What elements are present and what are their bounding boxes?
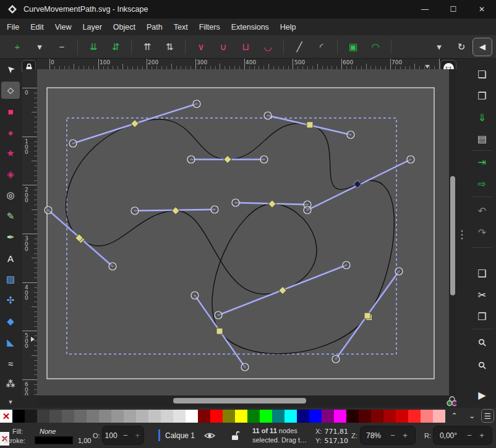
- fill-value[interactable]: None: [40, 428, 56, 435]
- drawing-canvas[interactable]: [37, 69, 449, 395]
- menu-help[interactable]: Help: [275, 20, 302, 35]
- stroke-color-swatch[interactable]: [35, 436, 73, 444]
- opacity-minus-button[interactable]: −: [119, 431, 131, 440]
- expand-panel-icon[interactable]: ▶: [472, 386, 492, 404]
- text-tool-icon[interactable]: A: [1, 250, 20, 267]
- opacity-plus-button[interactable]: +: [132, 431, 143, 440]
- menu-layer[interactable]: Layer: [77, 20, 108, 35]
- palette-swatch-15[interactable]: [198, 410, 210, 423]
- open-document-icon[interactable]: ❐: [472, 87, 492, 104]
- collapse-toolbar-button[interactable]: ◀: [472, 38, 492, 56]
- opacity-value[interactable]: 100: [103, 431, 119, 440]
- horizontal-scrollbar[interactable]: [37, 395, 449, 407]
- vertical-scrollbar-thumb[interactable]: [450, 176, 455, 295]
- palette-swatch-24[interactable]: [309, 410, 322, 423]
- palette-swatch-10[interactable]: [136, 410, 148, 423]
- menu-extensions[interactable]: Extensions: [226, 20, 275, 35]
- menu-object[interactable]: Object: [108, 20, 141, 35]
- palette-swatch-27[interactable]: [346, 410, 359, 423]
- zoom-value[interactable]: 78%: [361, 431, 387, 440]
- node-tool-icon[interactable]: ⬦: [1, 82, 20, 99]
- paint-bucket-tool-icon[interactable]: ◣: [1, 334, 20, 351]
- zoom-spinbox[interactable]: 78% − +: [360, 426, 416, 445]
- menu-file[interactable]: File: [1, 20, 25, 35]
- palette-swatch-2[interactable]: [37, 410, 49, 423]
- zoom-plus-button[interactable]: +: [399, 431, 411, 440]
- ellipse-tool-icon[interactable]: ●: [1, 124, 20, 141]
- palette-swatch-28[interactable]: [359, 410, 371, 423]
- palette-swatch-12[interactable]: [161, 410, 173, 423]
- vertical-ruler[interactable]: 01 0 02 0 03 0 04 0 05 0 06 0 0: [22, 69, 37, 395]
- star-tool-icon[interactable]: ★: [1, 145, 20, 162]
- layer-name[interactable]: Calque 1: [165, 431, 195, 440]
- minimize-button[interactable]: —: [411, 0, 439, 19]
- horizontal-scrollbar-thumb[interactable]: [173, 398, 306, 404]
- make-curve-icon[interactable]: ◜: [312, 39, 331, 55]
- palette-swatch-19[interactable]: [247, 410, 260, 423]
- palette-none-swatch[interactable]: ✕: [0, 410, 12, 423]
- show-handles-icon[interactable]: ↻: [452, 39, 471, 55]
- palette-swatch-3[interactable]: [49, 410, 62, 423]
- path-node-square[interactable]: [307, 122, 313, 128]
- spray-tool-icon[interactable]: ⁂: [1, 376, 20, 393]
- stroke-width-value[interactable]: 1,00: [78, 437, 91, 444]
- paste-icon[interactable]: ❒: [472, 308, 492, 325]
- palette-swatch-8[interactable]: [111, 410, 124, 423]
- palette-swatch-4[interactable]: [62, 410, 74, 423]
- spiral-tool-icon[interactable]: ◎: [1, 187, 20, 204]
- save-document-icon[interactable]: ⇓: [472, 109, 492, 126]
- symmetric-node-icon[interactable]: ⊔: [236, 39, 255, 55]
- delete-segment-icon[interactable]: ⇅: [160, 39, 179, 55]
- export-icon[interactable]: ⇨: [472, 175, 492, 192]
- palette-swatch-1[interactable]: [25, 410, 37, 423]
- smooth-node-icon[interactable]: ∪: [214, 39, 233, 55]
- vertical-scrollbar[interactable]: [449, 69, 456, 395]
- palette-swatch-34[interactable]: [433, 410, 445, 423]
- tweak-tool-icon[interactable]: ≈: [1, 355, 20, 372]
- palette-swatch-31[interactable]: [396, 410, 408, 423]
- zoom-minus-button[interactable]: −: [387, 431, 399, 440]
- palette-swatch-7[interactable]: [99, 410, 111, 423]
- auto-smooth-node-icon[interactable]: ◡: [259, 39, 277, 55]
- stroke-to-path-icon[interactable]: ◠: [366, 39, 385, 55]
- path-node-square[interactable]: [216, 328, 223, 334]
- copy-icon[interactable]: ❑: [472, 264, 492, 282]
- palette-swatch-33[interactable]: [421, 410, 433, 423]
- menu-path[interactable]: Path: [141, 20, 168, 35]
- path-node-square[interactable]: [364, 313, 370, 319]
- new-document-icon[interactable]: ❏: [472, 66, 492, 83]
- opacity-spinbox[interactable]: 100 − +: [102, 426, 144, 445]
- palette-swatch-18[interactable]: [235, 410, 247, 423]
- palette-swatch-9[interactable]: [124, 410, 136, 423]
- palette-scroll-down[interactable]: ⌄: [463, 409, 481, 423]
- menu-filters[interactable]: Filters: [194, 20, 226, 35]
- horizontal-ruler[interactable]: 0100200300400500600700800: [37, 59, 440, 69]
- maximize-button[interactable]: ☐: [439, 0, 468, 19]
- layer-visibility-eye-icon[interactable]: [204, 431, 215, 440]
- palette-swatch-22[interactable]: [284, 410, 297, 423]
- box3d-tool-icon[interactable]: ◈: [1, 166, 20, 183]
- cut-icon[interactable]: ✂: [472, 286, 492, 303]
- palette-swatch-20[interactable]: [260, 410, 272, 423]
- menu-text[interactable]: Text: [168, 20, 194, 35]
- make-line-icon[interactable]: ╱: [290, 39, 309, 55]
- palette-menu-button[interactable]: ☰: [481, 409, 494, 423]
- import-icon[interactable]: ⇥: [472, 153, 492, 171]
- mesh-gradient-tool-icon[interactable]: ✣: [1, 292, 20, 309]
- selector-tool-icon[interactable]: ➤: [0, 56, 24, 82]
- join-nodes-icon[interactable]: ⇊: [84, 39, 103, 55]
- join-with-segment-icon[interactable]: ⇵: [106, 39, 125, 55]
- insert-node-icon[interactable]: +: [8, 39, 27, 55]
- delete-node-icon[interactable]: −: [53, 39, 71, 55]
- palette-swatch-29[interactable]: [371, 410, 383, 423]
- insert-node-dropdown-icon[interactable]: ▾: [30, 39, 49, 55]
- palette-swatch-32[interactable]: [408, 410, 421, 423]
- print-icon[interactable]: ▤: [472, 130, 492, 147]
- break-nodes-icon[interactable]: ⇈: [138, 39, 156, 55]
- rotation-spinbox[interactable]: 0,00° − +: [433, 426, 492, 445]
- menu-edit[interactable]: Edit: [25, 20, 49, 35]
- rotation-plus-button[interactable]: +: [476, 431, 488, 440]
- x-coord-dropdown-icon[interactable]: ▾: [430, 39, 448, 55]
- object-to-path-icon[interactable]: ▣: [344, 39, 362, 55]
- palette-swatch-11[interactable]: [148, 410, 161, 423]
